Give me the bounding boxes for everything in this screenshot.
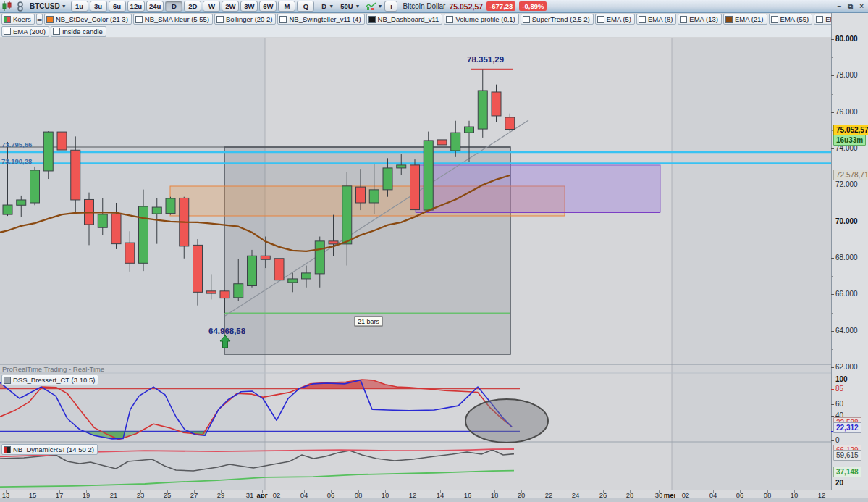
indicator-row-2: EMA (200)Inside candle	[0, 25, 831, 37]
indicator-chip-inside-candle[interactable]: Inside candle	[51, 26, 106, 37]
change-absolute-badge: -677,23	[486, 1, 515, 11]
indicator-list-icon[interactable]: ☰	[36, 14, 43, 25]
candle-body	[30, 170, 40, 203]
date-axis[interactable]: 13151719212325272931apr02040608101214161…	[0, 490, 868, 498]
indicator-checkbox[interactable]	[680, 16, 687, 23]
low-price-annotation: 64.968,58	[208, 327, 246, 335]
indicator-checkbox[interactable]	[725, 16, 733, 23]
timeframe-button-24u[interactable]: 24u	[146, 1, 164, 12]
hline-label-upper: 73.795,66	[1, 141, 32, 148]
indicator-chip-ema-13-[interactable]: EMA (13)	[678, 14, 722, 25]
indicator-label: EMA (8)	[648, 15, 673, 23]
indicator-label: Volume profile (0,1)	[455, 15, 515, 23]
axis-tick	[831, 258, 834, 259]
chevron-down-icon: ▼	[62, 4, 67, 9]
indicator-checkbox[interactable]	[446, 16, 453, 23]
units-select[interactable]: 50U ▼	[338, 1, 362, 11]
timeframe-button-12u[interactable]: 12u	[127, 1, 145, 12]
indicator-checkbox[interactable]	[816, 16, 823, 23]
indicator-checkbox[interactable]	[53, 28, 60, 35]
candle-body	[383, 168, 392, 190]
candle-body	[451, 133, 460, 151]
axis-tick	[831, 112, 834, 113]
price-axis[interactable]: 80.00078.00076.00074.00072.00070.00068.0…	[831, 0, 868, 502]
price-axis-label: 66.000	[835, 290, 858, 298]
timeframe-button-3W[interactable]: 3W	[240, 1, 258, 12]
axis-minor-tick	[831, 276, 833, 277]
timeframe-button-Q[interactable]: Q	[297, 1, 314, 12]
candlestick-chart-icon[interactable]	[1, 1, 12, 12]
indicator-checkbox[interactable]	[771, 16, 778, 23]
period-select[interactable]: D ▼	[319, 1, 336, 11]
indicator-checkbox[interactable]	[46, 16, 54, 23]
candle-body	[166, 198, 175, 214]
axis-tick	[831, 294, 834, 295]
rsi-checkbox[interactable]	[4, 446, 11, 453]
indicator-chip-ema-8-[interactable]: EMA (8)	[636, 14, 676, 25]
axis-minor-tick	[831, 240, 833, 240]
indicator-checkbox[interactable]	[597, 16, 604, 23]
indicator-chip-koers[interactable]: Koers	[1, 14, 35, 25]
timeframe-button-D[interactable]: D	[165, 1, 182, 12]
indicator-checkbox[interactable]	[368, 16, 376, 23]
indicator-checkbox[interactable]	[523, 16, 530, 23]
indicator-chip-ema-21-[interactable]: EMA (21)	[723, 14, 767, 25]
dss-checkbox[interactable]	[4, 377, 11, 384]
indicator-checkbox[interactable]	[279, 16, 287, 23]
candle-body	[248, 256, 257, 285]
indicator-chip-nb-swingteller-v11-4-[interactable]: NB_Swingteller_v11 (4)	[277, 14, 364, 25]
rsi-indicator-label: NB_DynamicRSI (14 50 2)	[13, 445, 94, 453]
chart-svg[interactable]: 78.351,2964.968,5821 bars	[0, 38, 831, 490]
indicator-chip-nb-sma-kleur-5-55-[interactable]: NB_SMA kleur (5 55)	[133, 14, 213, 25]
indicator-label: EMA (21)	[735, 15, 764, 23]
timeframe-button-6u[interactable]: 6u	[109, 1, 126, 12]
price-axis-label: 70.000	[835, 217, 858, 225]
candle-body	[234, 284, 243, 298]
timeframe-button-3u[interactable]: 3u	[90, 1, 107, 12]
symbol-select[interactable]: BTCUSD ▼	[28, 1, 69, 12]
candle-body	[302, 273, 311, 279]
axis-minor-tick	[831, 313, 833, 314]
hline-label-lower: 73.190,28	[1, 157, 32, 165]
candle-body	[288, 279, 298, 283]
chart-style-dropdown[interactable]: ▼	[378, 4, 383, 9]
candle-body	[465, 127, 474, 133]
candle-body	[356, 187, 366, 203]
dss-indicator-label: DSS_Bressert_CT (3 10 5)	[13, 376, 95, 384]
indicator-chip-supertrend-2-5-2-[interactable]: SuperTrend (2,5 2)	[521, 14, 594, 25]
indicator-label: NB_Dashboard_v11	[378, 15, 439, 23]
indicator-chip-bollinger-20-2-[interactable]: Bollinger (20 2)	[214, 14, 276, 25]
indicator-checkbox[interactable]	[639, 16, 646, 23]
indicator-chip-nb-dashboard-v11[interactable]: NB_Dashboard_v11	[366, 14, 443, 25]
indicator-label: NB_SMA kleur (5 55)	[145, 15, 209, 23]
candle-body	[111, 214, 121, 244]
info-button[interactable]: i	[384, 1, 397, 12]
indicator-chip-nb-stdev-color-21-3-[interactable]: NB_StDev_Color (21 3)	[44, 14, 132, 25]
indicator-chip-ema-5-[interactable]: EMA (5)	[595, 14, 635, 25]
chart-canvas[interactable]: 78.351,2964.968,5821 bars	[0, 38, 831, 490]
timeframe-button-2D[interactable]: 2D	[184, 1, 201, 12]
timeframe-button-M[interactable]: M	[278, 1, 295, 12]
timeframe-button-1u[interactable]: 1u	[71, 1, 88, 12]
candle-body	[125, 243, 135, 263]
chart-style-icon[interactable]	[365, 1, 376, 12]
candle-body	[424, 141, 433, 210]
indicator-checkbox[interactable]	[216, 16, 224, 23]
indicator-chip-ema-200-[interactable]: EMA (200)	[1, 26, 49, 37]
axis-tick	[831, 331, 834, 332]
rsi-indicator-chip[interactable]: NB_DynamicRSI (14 50 2)	[1, 444, 98, 455]
link-icon[interactable]	[14, 1, 25, 12]
axis-tick	[831, 75, 834, 76]
timeframe-button-2W[interactable]: 2W	[222, 1, 239, 12]
indicator-checkbox[interactable]	[4, 16, 11, 23]
indicator-chip-ema-55-[interactable]: EMA (55)	[769, 14, 813, 25]
chevron-down-icon: ▼	[329, 4, 334, 9]
indicator-checkbox[interactable]	[135, 16, 143, 23]
dss-indicator-chip[interactable]: DSS_Bressert_CT (3 10 5)	[1, 375, 98, 385]
indicator-checkbox[interactable]	[4, 28, 11, 35]
indicator-chip-volume-profile-0-1-[interactable]: Volume profile (0,1)	[444, 14, 518, 25]
highlight-ellipse	[465, 399, 548, 443]
timeframe-button-6W[interactable]: 6W	[259, 1, 277, 12]
dss-axis-label: 100	[835, 375, 848, 383]
timeframe-button-W[interactable]: W	[203, 1, 220, 12]
